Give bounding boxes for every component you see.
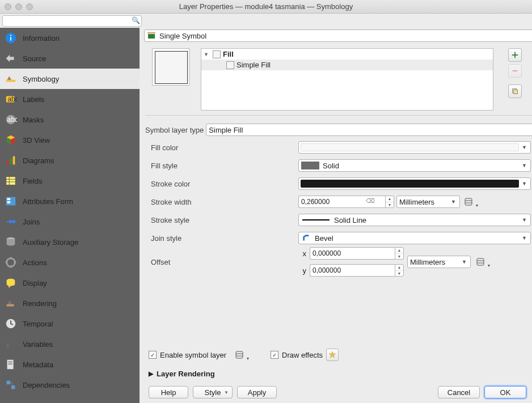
svg-rect-17 bbox=[7, 201, 10, 203]
stroke-style-value: Solid Line bbox=[334, 216, 366, 224]
chevron-down-icon: ▼ bbox=[522, 145, 527, 150]
sidebar-item-label: Information bbox=[23, 34, 60, 43]
sidebar-item-fields[interactable]: Fields bbox=[0, 171, 140, 191]
svg-text:abc: abc bbox=[7, 116, 17, 124]
fill-color-label: Fill color bbox=[151, 143, 298, 152]
sidebar-item-display[interactable]: Display bbox=[0, 273, 140, 293]
enable-symbol-layer-checkbox[interactable]: ✓ bbox=[149, 351, 157, 359]
draw-effects-label: Draw effects bbox=[282, 351, 323, 359]
sidebar-item-labels[interactable]: abcLabels bbox=[0, 89, 140, 109]
sidebar-item-temporal[interactable]: Temporal bbox=[0, 313, 140, 334]
svg-point-18 bbox=[12, 220, 16, 223]
sidebar-item-attributes-form[interactable]: Attributes Form bbox=[0, 191, 140, 211]
offset-y-stepper[interactable]: ▲▼ bbox=[395, 264, 404, 277]
cancel-button[interactable]: Cancel bbox=[438, 386, 480, 398]
search-input[interactable] bbox=[2, 15, 142, 27]
symbol-tree[interactable]: ▼ Fill Simple Fill bbox=[201, 48, 493, 111]
data-defined-button[interactable]: ▾ bbox=[233, 349, 249, 361]
tree-row-simple-fill[interactable]: Simple Fill bbox=[201, 60, 493, 70]
effects-button[interactable] bbox=[326, 349, 339, 361]
star-icon bbox=[328, 351, 336, 359]
join-style-combo[interactable]: Bevel ▼ bbox=[298, 232, 531, 244]
single-symbol-icon bbox=[147, 31, 156, 40]
line-preview-icon bbox=[302, 219, 330, 220]
sidebar-item-variables[interactable]: εVariables bbox=[0, 334, 140, 354]
data-defined-button[interactable]: ▾ bbox=[474, 256, 490, 268]
svg-rect-62 bbox=[236, 351, 243, 358]
unit-value: Millimeters bbox=[399, 198, 434, 206]
sidebar-item-symbology[interactable]: Symbology bbox=[0, 69, 140, 89]
join-style-value: Bevel bbox=[315, 234, 333, 243]
help-button[interactable]: Help bbox=[149, 386, 188, 398]
sidebar-item-diagrams[interactable]: Diagrams bbox=[0, 150, 140, 171]
fill-style-value: Solid bbox=[323, 162, 339, 170]
window-title: Layer Properties — module4 tasmania — Sy… bbox=[5, 2, 527, 11]
style-button[interactable]: Style▼ bbox=[193, 386, 233, 398]
symbol-layer-type-value: Simple Fill bbox=[209, 126, 243, 134]
chevron-down-icon: ▼ bbox=[462, 259, 467, 265]
duplicate-layer-button[interactable] bbox=[508, 84, 522, 98]
offset-y-label: y bbox=[298, 266, 306, 275]
symbol-preview bbox=[152, 48, 189, 86]
sidebar-item-actions[interactable]: Actions bbox=[0, 252, 140, 273]
sidebar-item-label: Symbology bbox=[23, 75, 59, 83]
sidebar-item-label: Dependencies bbox=[23, 381, 70, 389]
stroke-color-button[interactable]: ▼ bbox=[298, 177, 531, 190]
svg-point-2 bbox=[10, 35, 11, 36]
svg-rect-25 bbox=[7, 304, 14, 307]
sidebar-item-masks[interactable]: abcMasks bbox=[0, 109, 140, 130]
chevron-down-icon: ▼ bbox=[522, 235, 527, 241]
sidebar-item-information[interactable]: Information bbox=[0, 28, 140, 48]
draw-effects-checkbox[interactable]: ✓ bbox=[271, 351, 278, 359]
svg-rect-39 bbox=[513, 90, 517, 94]
ok-button[interactable]: OK bbox=[484, 386, 526, 398]
apply-button[interactable]: Apply bbox=[237, 386, 277, 398]
sidebar-item-rendering[interactable]: Rendering bbox=[0, 293, 140, 313]
sidebar-item-dependencies[interactable]: Dependencies bbox=[0, 375, 140, 395]
svg-rect-36 bbox=[512, 54, 518, 56]
svg-rect-8 bbox=[7, 160, 9, 164]
add-layer-button[interactable] bbox=[508, 48, 522, 62]
offset-x-input[interactable] bbox=[310, 247, 395, 260]
stroke-color-label: Stroke color bbox=[151, 180, 298, 188]
svg-rect-9 bbox=[10, 158, 12, 164]
expand-icon[interactable]: ▶ bbox=[149, 370, 153, 377]
enable-symbol-layer-label: Enable symbol layer bbox=[160, 351, 226, 359]
sidebar-item-auxiliary-storage[interactable]: Auxiliary Storage bbox=[0, 232, 140, 252]
offset-unit-combo[interactable]: Millimeters▼ bbox=[407, 256, 471, 268]
remove-layer-button bbox=[508, 64, 522, 78]
chevron-down-icon: ▼ bbox=[522, 217, 527, 223]
svg-rect-24 bbox=[14, 261, 16, 264]
sidebar-item-label: Masks bbox=[23, 116, 44, 124]
svg-rect-21 bbox=[10, 257, 12, 260]
svg-rect-23 bbox=[6, 261, 8, 264]
data-defined-button[interactable]: ▾ bbox=[462, 196, 478, 208]
svg-rect-11 bbox=[6, 177, 16, 185]
sidebar-item-label: Attributes Form bbox=[23, 197, 73, 206]
fill-style-combo[interactable]: Solid ▼ bbox=[298, 159, 531, 172]
sidebar-item-label: Joins bbox=[23, 218, 40, 226]
layer-rendering-label[interactable]: Layer Rendering bbox=[157, 370, 215, 378]
sidebar-item-metadata[interactable]: Metadata bbox=[0, 354, 140, 375]
symbolizer-mode-combo[interactable]: Single Symbol ▼ bbox=[144, 29, 532, 42]
sidebar-item-3dview[interactable]: 3D View bbox=[0, 130, 140, 150]
offset-x-stepper[interactable]: ▲▼ bbox=[395, 247, 404, 260]
svg-rect-59 bbox=[477, 258, 484, 265]
chevron-down-icon: ▼ bbox=[451, 199, 456, 205]
clear-icon[interactable]: ⌫ bbox=[366, 197, 375, 205]
stroke-style-combo[interactable]: Solid Line ▼ bbox=[298, 214, 531, 226]
symbolizer-mode-label: Single Symbol bbox=[159, 32, 206, 40]
fill-style-label: Fill style bbox=[151, 162, 298, 170]
sidebar-item-source[interactable]: Source bbox=[0, 48, 140, 69]
symbol-layer-type-combo[interactable]: Simple Fill ▼ bbox=[206, 124, 532, 136]
offset-y-input[interactable] bbox=[310, 264, 395, 277]
stroke-width-stepper[interactable]: ▲▼ bbox=[385, 196, 394, 208]
chevron-down-icon: ▼ bbox=[522, 163, 527, 168]
fill-swatch-icon bbox=[213, 50, 221, 58]
expand-icon[interactable]: ▼ bbox=[204, 52, 210, 57]
stroke-width-unit-combo[interactable]: Millimeters▼ bbox=[396, 196, 460, 208]
sidebar-item-joins[interactable]: Joins bbox=[0, 211, 140, 232]
fill-color-button[interactable]: ▼ bbox=[298, 141, 531, 154]
sidebar-item-label: Metadata bbox=[23, 360, 53, 369]
tree-row-fill[interactable]: ▼ Fill bbox=[201, 49, 493, 60]
